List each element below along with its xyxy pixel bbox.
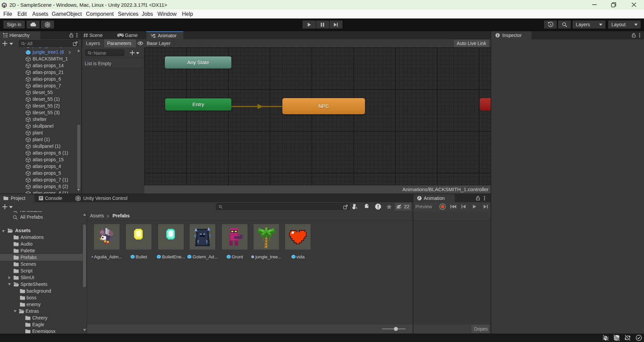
svg-text:D: D	[47, 23, 49, 26]
svg-text:D: D	[77, 197, 79, 200]
